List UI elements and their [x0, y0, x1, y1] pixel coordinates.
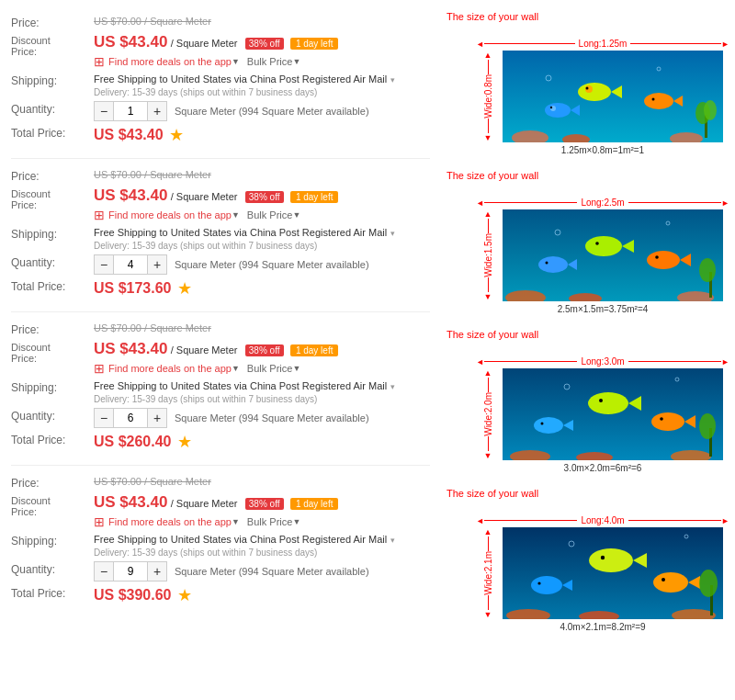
svg-point-48 — [541, 423, 544, 425]
per-unit-2: / Square Meter — [171, 191, 238, 202]
deals-dropdown-3[interactable]: ▼ — [232, 364, 240, 373]
dim-top-2: ◄ Long:2.5m ► — [476, 198, 729, 208]
discount-content-2: US $43.40 / Square Meter 38% off 1 day l… — [94, 186, 430, 222]
shipping-row-1: Shipping: Free Shipping to United States… — [11, 73, 430, 97]
wide-label-4: Wide:2.1m — [483, 551, 493, 595]
dim-top-4: ◄ Long:4.0m ► — [476, 515, 729, 525]
qty-row-3: Quantity: − + Square Meter (994 Square M… — [11, 408, 430, 428]
discount-row-4: DiscountPrice: US $43.40 / Square Meter … — [11, 493, 430, 529]
shipping-text-3: Free Shipping to United States via China… — [94, 380, 387, 391]
shipping-text-4: Free Shipping to United States via China… — [94, 534, 387, 545]
aquarium-svg-4 — [503, 527, 723, 619]
deals-row-3: ⊞ Find more deals on the app ▼ Bulk Pric… — [94, 361, 430, 376]
deals-row-1: ⊞ Find more deals on the app ▼ Bulk Pric… — [94, 54, 430, 69]
shipping-content-4: Free Shipping to United States via China… — [94, 533, 430, 558]
qty-plus-1[interactable]: + — [147, 101, 167, 121]
bulk-dropdown-1[interactable]: ▼ — [292, 57, 300, 66]
shipping-label-3: Shipping: — [11, 379, 94, 394]
bulk-dropdown-2[interactable]: ▼ — [292, 210, 300, 220]
bulk-link-4[interactable]: Bulk Price — [247, 516, 293, 527]
qty-label-3: Quantity: — [11, 408, 94, 423]
discount-row-3: DiscountPrice: US $43.40 / Square Meter … — [11, 340, 430, 376]
deals-link-3[interactable]: Find more deals on the app — [108, 363, 232, 374]
deals-dropdown-1[interactable]: ▼ — [232, 57, 240, 66]
qty-input-3[interactable] — [114, 408, 147, 428]
qty-input-2[interactable] — [114, 254, 147, 275]
discount-label-2: DiscountPrice: — [11, 186, 94, 210]
svg-point-13 — [550, 107, 552, 108]
total-row-1: Total Price: US $43.40 ★ — [11, 125, 430, 145]
qr-icon-3: ⊞ — [94, 361, 105, 376]
svg-point-66 — [653, 572, 688, 593]
deals-dropdown-4[interactable]: ▼ — [232, 517, 240, 526]
dim-left-3: ▲ Wide:2.0m ▼ — [476, 368, 500, 460]
formula-2: 2.5m×1.5m=3.75m²=4 — [476, 304, 729, 314]
qty-note-4: Square Meter (994 Square Meter available… — [175, 566, 369, 577]
svg-point-29 — [538, 256, 568, 273]
svg-point-46 — [534, 417, 563, 434]
qty-plus-3[interactable]: + — [147, 408, 167, 428]
long-label-4: Long:4.0m — [577, 515, 628, 525]
badge-off-2: 38% off — [245, 191, 284, 203]
bulk-dropdown-4[interactable]: ▼ — [292, 517, 300, 526]
qty-input-1[interactable] — [114, 101, 147, 121]
total-price-3: US $260.40 — [94, 434, 172, 450]
price-content-4: US $70.00 / Square Meter — [94, 475, 430, 488]
svg-point-26 — [585, 236, 622, 256]
img-row-2: ▲ Wide:1.5m ▼ — [476, 209, 729, 301]
formula-3: 3.0m×2.0m=6m²=6 — [476, 463, 729, 473]
deals-row-2: ⊞ Find more deals on the app ▼ Bulk Pric… — [94, 208, 430, 222]
badge-time-2: 1 day left — [290, 191, 339, 203]
svg-point-31 — [546, 262, 548, 265]
qty-plus-4[interactable]: + — [147, 561, 167, 581]
qty-input-4[interactable] — [114, 561, 147, 581]
shipping-label-1: Shipping: — [11, 73, 94, 87]
deals-row-4: ⊞ Find more deals on the app ▼ Bulk Pric… — [94, 514, 430, 529]
total-row-4: Total Price: US $390.60 ★ — [11, 585, 430, 605]
deals-dropdown-2[interactable]: ▼ — [232, 210, 240, 220]
long-label-1: Long:1.25m — [575, 39, 631, 49]
deals-link-2[interactable]: Find more deals on the app — [108, 209, 232, 220]
wall-diagram-1: ◄ Long:1.25m ► ▲ Wide:0.8m ▼ — [476, 39, 729, 155]
total-row-2: Total Price: US $173.60 ★ — [11, 278, 430, 299]
svg-point-60 — [589, 548, 633, 572]
qty-minus-3[interactable]: − — [94, 408, 114, 428]
svg-point-63 — [531, 576, 562, 594]
shipping-label-2: Shipping: — [11, 226, 94, 241]
qty-minus-4[interactable]: − — [94, 561, 114, 581]
bulk-link-2[interactable]: Bulk Price — [247, 209, 293, 220]
price-label-2: Price: — [11, 168, 94, 183]
price-content-1: US $70.00 / Square Meter — [94, 15, 430, 28]
dim-top-1: ◄ Long:1.25m ► — [476, 39, 729, 49]
wall-title-3: The size of your wall — [447, 329, 729, 340]
wide-label-3: Wide:2.0m — [483, 392, 493, 436]
qty-plus-2[interactable]: + — [147, 254, 167, 275]
bulk-dropdown-3[interactable]: ▼ — [292, 364, 300, 373]
shipping-detail-1: Delivery: 15-39 days (ships out within 7… — [94, 87, 430, 97]
qty-minus-1[interactable]: − — [94, 101, 114, 121]
qty-control-4: − + Square Meter (994 Square Meter avail… — [94, 561, 430, 581]
svg-point-16 — [652, 98, 655, 101]
dim-top-3: ◄ Long:3.0m ► — [476, 356, 729, 367]
shipping-content-2: Free Shipping to United States via China… — [94, 226, 430, 251]
qty-label-1: Quantity: — [11, 101, 94, 116]
svg-point-34 — [655, 255, 659, 259]
bulk-link-1[interactable]: Bulk Price — [247, 56, 293, 67]
qr-icon-2: ⊞ — [94, 208, 105, 222]
formula-1: 1.25m×0.8m=1m²=1 — [476, 145, 729, 155]
star-icon-3: ★ — [177, 432, 192, 452]
left-panel: Price: US $70.00 / Square Meter Discount… — [0, 0, 441, 654]
discount-price-2: US $43.40 — [94, 186, 167, 204]
price-content-2: US $70.00 / Square Meter — [94, 168, 430, 181]
deals-link-4[interactable]: Find more deals on the app — [108, 516, 232, 527]
wall-title-2: The size of your wall — [447, 170, 729, 181]
deals-link-1[interactable]: Find more deals on the app — [108, 56, 232, 67]
shipping-detail-4: Delivery: 15-39 days (ships out within 7… — [94, 548, 430, 558]
bulk-link-3[interactable]: Bulk Price — [247, 363, 293, 374]
original-price-2: US $70.00 / Square Meter — [94, 169, 211, 180]
product-section-4: Price: US $70.00 / Square Meter Discount… — [11, 468, 430, 618]
qty-minus-2[interactable]: − — [94, 254, 114, 275]
total-label-4: Total Price: — [11, 585, 94, 600]
shipping-row-2: Shipping: Free Shipping to United States… — [11, 226, 430, 251]
svg-point-62 — [601, 556, 605, 559]
